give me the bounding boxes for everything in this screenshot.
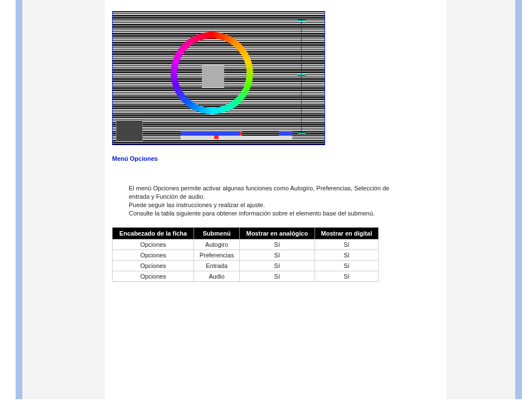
table-row: Opciones Preferencias Sí Sí — [113, 250, 379, 261]
col-header-submenu: Submenú — [194, 228, 240, 239]
cell: Entrada — [194, 261, 240, 271]
bar-marker — [214, 136, 219, 139]
description-block: El menú Opciones permite activar algunas… — [129, 184, 408, 217]
bar-track — [181, 136, 292, 139]
table-row: Opciones Entrada Sí Sí — [113, 261, 379, 271]
desc-line-2: Puede seguir las instrucciones y realiza… — [129, 201, 408, 209]
left-stripe — [16, 0, 22, 399]
content-area: Menú Opciones El menú Opciones permite a… — [112, 11, 436, 282]
cell: Sí — [315, 261, 378, 271]
cell: Audio — [194, 271, 240, 282]
cell: Opciones — [113, 250, 194, 261]
bar-segment-blue-right — [279, 131, 292, 136]
table-body: Opciones Autogiro Sí Sí Opciones Prefere… — [113, 239, 379, 282]
cell: Opciones — [113, 271, 194, 282]
table-row: Opciones Autogiro Sí Sí — [113, 239, 379, 250]
col-header-ficha: Encabezado de la ficha — [113, 228, 194, 239]
sidebar-right — [446, 0, 515, 399]
bar-separator-red — [240, 131, 242, 136]
page: Menú Opciones El menú Opciones permite a… — [0, 0, 532, 412]
right-stripe — [515, 0, 522, 399]
cell: Sí — [315, 239, 378, 250]
options-table: Encabezado de la ficha Submenú Mostrar e… — [112, 227, 379, 282]
gray-square — [202, 65, 224, 88]
test-pattern-image — [112, 11, 325, 145]
cell: Preferencias — [194, 250, 240, 261]
cell: Autogiro — [194, 239, 240, 250]
bar-segment-blue-left — [181, 131, 240, 136]
table-row: Opciones Audio Sí Sí — [113, 271, 379, 282]
desc-line-3: Consulte la tabla siguiente para obtener… — [129, 209, 408, 218]
slider-tick-mid — [298, 74, 306, 76]
sidebar-left — [22, 0, 105, 399]
desc-line-1: El menú Opciones permite activar algunas… — [129, 184, 408, 201]
cell: Sí — [239, 271, 315, 282]
bottom-bar — [181, 131, 292, 139]
col-header-digital: Mostrar en digital — [315, 228, 378, 239]
cell: Sí — [239, 261, 315, 271]
cell: Sí — [315, 271, 378, 282]
slider-tick-top — [298, 20, 306, 21]
thumbnail-preview — [116, 120, 143, 141]
col-header-analog: Mostrar en analógico — [239, 228, 315, 239]
vertical-slider-track — [301, 20, 302, 135]
cell: Sí — [315, 250, 378, 261]
cell: Opciones — [113, 261, 194, 271]
section-title: Menú Opciones — [112, 155, 436, 162]
slider-tick-bottom — [298, 132, 306, 134]
table-header-row: Encabezado de la ficha Submenú Mostrar e… — [113, 228, 379, 239]
cell: Opciones — [113, 239, 194, 250]
cell: Sí — [239, 239, 315, 250]
cell: Sí — [239, 250, 315, 261]
